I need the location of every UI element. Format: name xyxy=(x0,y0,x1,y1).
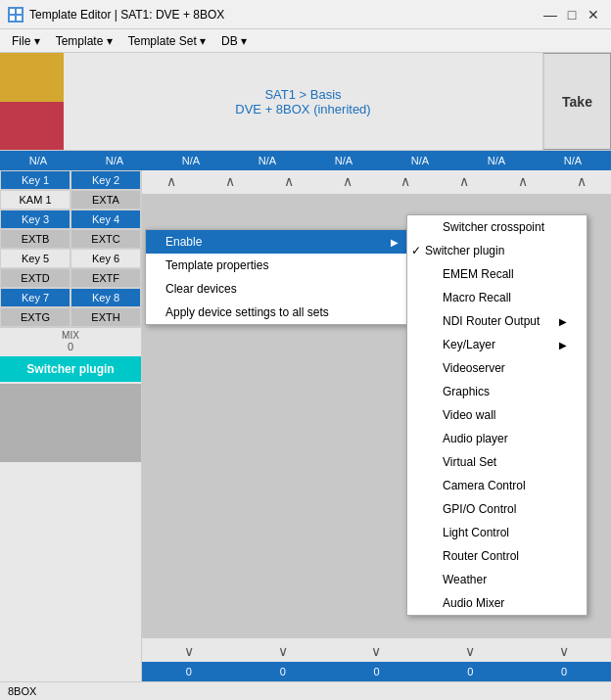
ctx-menu2-camera-control[interactable]: Camera Control xyxy=(407,474,587,497)
ctx-menu1-enable[interactable]: Enable ▶ xyxy=(146,230,418,254)
status-text: 8BOX xyxy=(8,685,36,697)
key-cell-15[interactable]: EXTH xyxy=(70,307,141,327)
key-cell-2[interactable]: KAM 1 xyxy=(0,190,70,210)
up-arrow-3[interactable]: ∧ xyxy=(318,173,377,189)
column-headers: N/A N/A N/A N/A N/A N/A N/A N/A xyxy=(0,151,611,170)
header-info: SAT1 > Basis DVE + 8BOX (inherited) xyxy=(64,53,542,150)
ctx-menu2-we-label: Weather xyxy=(443,573,567,586)
bottom-val-4: 0 xyxy=(517,664,611,679)
ctx-menu2-rc-label: Router Control xyxy=(443,549,567,563)
ctx-menu2-ndi-router[interactable]: NDI Router Output ▶ xyxy=(407,309,587,333)
key-cell-14[interactable]: EXTG xyxy=(0,307,70,327)
ctx-menu2-gr-label: Graphics xyxy=(443,385,567,398)
up-arrow-5[interactable]: ∧ xyxy=(435,173,494,189)
down-arrow-3[interactable]: ∨ xyxy=(423,643,517,659)
ctx-menu2-emem-recall[interactable]: EMEM Recall xyxy=(407,262,587,286)
ctx-menu1-apply-device[interactable]: Apply device settings to all sets xyxy=(146,301,418,324)
key-cell-9[interactable]: Key 6 xyxy=(70,249,141,268)
swatch-pink xyxy=(0,102,64,151)
close-button[interactable]: ✕ xyxy=(584,5,603,24)
key-cell-11[interactable]: EXTF xyxy=(70,268,141,288)
col-header-5: N/A xyxy=(382,153,458,168)
left-panel: Key 1 Key 2 KAM 1 EXTA Key 3 Key 4 EXTB … xyxy=(0,170,142,681)
context-menu-2: Switcher crosspoint ✓ Switcher plugin EM… xyxy=(406,214,588,616)
ctx-menu2-videoserver[interactable]: Videoserver xyxy=(407,356,587,380)
ctx-menu2-gpio-control[interactable]: GPI/O Control xyxy=(407,497,587,521)
header-dve-label: DVE + 8BOX (inherited) xyxy=(235,102,370,117)
key-cell-5[interactable]: Key 4 xyxy=(70,210,141,229)
ctx-menu2-vs2-label: Virtual Set xyxy=(443,455,567,469)
ctx-menu1-ad-label: Apply device settings to all sets xyxy=(165,305,329,319)
key-cell-1[interactable]: Key 2 xyxy=(70,170,141,190)
svg-rect-0 xyxy=(10,9,15,14)
up-arrow-7[interactable]: ∧ xyxy=(552,173,611,189)
minimize-button[interactable]: — xyxy=(540,5,560,24)
col-header-3: N/A xyxy=(229,153,306,168)
ctx-menu1-enable-label: Enable xyxy=(165,235,202,249)
ctx-menu2-video-wall[interactable]: Video wall xyxy=(407,403,587,427)
key-cell-4[interactable]: Key 3 xyxy=(0,210,70,229)
ctx-menu2-kl-label: Key/Layer xyxy=(443,338,549,351)
svg-rect-3 xyxy=(17,16,22,21)
down-arrow-2[interactable]: ∨ xyxy=(330,643,424,659)
key-cell-10[interactable]: EXTD xyxy=(0,268,70,288)
gray-area xyxy=(0,384,141,462)
bottom-val-1: 0 xyxy=(236,664,330,679)
ctx-menu2-audio-mixer[interactable]: Audio Mixer xyxy=(407,591,587,615)
ctx-menu2-router-control[interactable]: Router Control xyxy=(407,544,587,568)
ctx-menu2-lc-label: Light Control xyxy=(443,526,567,539)
up-arrow-2[interactable]: ∧ xyxy=(259,173,318,189)
col-header-0: N/A xyxy=(0,153,76,168)
key-grid: Key 1 Key 2 KAM 1 EXTA Key 3 Key 4 EXTB … xyxy=(0,170,141,327)
ctx-menu2-light-control[interactable]: Light Control xyxy=(407,521,587,544)
ctx-menu2-er-label: EMEM Recall xyxy=(443,267,567,281)
menu-template-set[interactable]: Template Set ▾ xyxy=(120,32,213,50)
mix-label: MIX xyxy=(2,330,139,341)
ctx-menu2-macro-recall[interactable]: Macro Recall xyxy=(407,286,587,309)
key-cell-6[interactable]: EXTB xyxy=(0,229,70,249)
down-arrow-1[interactable]: ∨ xyxy=(236,643,330,659)
up-arrow-0[interactable]: ∧ xyxy=(142,173,201,189)
ctx-menu2-audio-player[interactable]: Audio player xyxy=(407,427,587,450)
up-arrow-4[interactable]: ∧ xyxy=(377,173,436,189)
title-bar: Template Editor | SAT1: DVE + 8BOX — □ ✕ xyxy=(0,0,611,29)
ctx-menu2-vs-label: Videoserver xyxy=(443,361,567,375)
ctx-menu2-key-layer[interactable]: Key/Layer ▶ xyxy=(407,333,587,356)
ctx-menu2-switcher-plugin[interactable]: ✓ Switcher plugin xyxy=(407,239,587,262)
menu-template[interactable]: Template ▾ xyxy=(48,32,120,50)
mix-area: MIX 0 xyxy=(0,327,141,354)
up-arrow-1[interactable]: ∧ xyxy=(201,173,259,189)
window-controls: — □ ✕ xyxy=(540,5,603,24)
ctx-menu1-clear-devices[interactable]: Clear devices xyxy=(146,277,418,301)
ctx-menu2-ndi-arrow: ▶ xyxy=(559,316,567,327)
up-arrow-6[interactable]: ∧ xyxy=(494,173,552,189)
ctx-menu2-virtual-set[interactable]: Virtual Set xyxy=(407,450,587,474)
take-button[interactable]: Take xyxy=(542,53,611,150)
bottom-val-0: 0 xyxy=(142,664,236,679)
col-header-6: N/A xyxy=(458,153,535,168)
color-swatches xyxy=(0,53,64,150)
col-header-2: N/A xyxy=(153,153,229,168)
menu-file[interactable]: File ▾ xyxy=(4,32,48,50)
down-arrow-0[interactable]: ∨ xyxy=(142,643,236,659)
ctx-menu1-template-properties[interactable]: Template properties xyxy=(146,254,418,277)
ctx-menu2-weather[interactable]: Weather xyxy=(407,568,587,591)
ctx-menu2-switcher-crosspoint[interactable]: Switcher crosspoint xyxy=(407,215,587,239)
maximize-button[interactable]: □ xyxy=(562,5,582,24)
ctx-menu2-am-label: Audio Mixer xyxy=(443,596,567,610)
bottom-val-3: 0 xyxy=(423,664,517,679)
key-cell-8[interactable]: Key 5 xyxy=(0,249,70,268)
switcher-plugin-button[interactable]: Switcher plugin xyxy=(0,356,141,382)
header-sat-label: SAT1 > Basis xyxy=(264,87,341,102)
down-arrow-4[interactable]: ∨ xyxy=(517,643,611,659)
ctx-menu2-graphics[interactable]: Graphics xyxy=(407,380,587,403)
ctx-menu2-ndi-label: NDI Router Output xyxy=(443,314,549,328)
key-cell-13[interactable]: Key 8 xyxy=(70,288,141,307)
col-header-7: N/A xyxy=(535,153,611,168)
key-cell-7[interactable]: EXTC xyxy=(70,229,141,249)
key-cell-12[interactable]: Key 7 xyxy=(0,288,70,307)
svg-rect-2 xyxy=(10,16,15,21)
key-cell-0[interactable]: Key 1 xyxy=(0,170,70,190)
menu-db[interactable]: DB ▾ xyxy=(213,32,255,50)
key-cell-3[interactable]: EXTA xyxy=(70,190,141,210)
